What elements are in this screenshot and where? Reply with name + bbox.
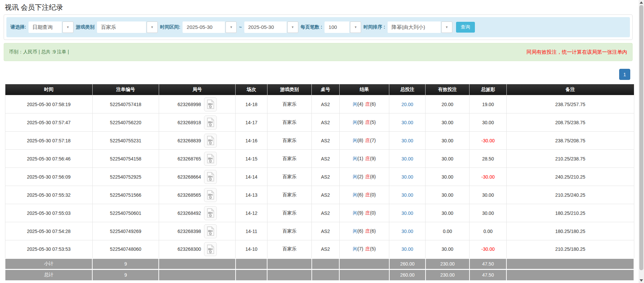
result-cell: 闲(4)庄(6): [339, 95, 389, 113]
total-bet-link[interactable]: 30.00: [401, 138, 413, 143]
bet-time-cell: 2025-05-30 07:57:47: [5, 113, 92, 132]
chevron-down-icon[interactable]: ▼: [350, 21, 361, 33]
result-banker-score: (7): [370, 138, 376, 143]
video-replay-button[interactable]: [204, 134, 217, 148]
bet-no-cell: 522540757418: [92, 95, 159, 113]
video-replay-button[interactable]: [204, 206, 217, 220]
total-bet-cell: 30.00: [389, 150, 426, 168]
round-no-cell: 623268398: [159, 222, 236, 240]
time-sort-select[interactable]: 降幂(由大到小) ▼: [388, 21, 452, 33]
table-row: 2025-05-30 07:57:18 522540755231 6232688…: [5, 132, 634, 150]
total-bet-link[interactable]: 30.00: [401, 246, 413, 252]
result-banker-name: 庄: [365, 156, 370, 161]
chevron-down-icon[interactable]: ▼: [287, 21, 298, 33]
header-session: 场次: [236, 84, 267, 95]
valid-bet-cell: 30.00: [426, 113, 469, 132]
vertical-scrollbar[interactable]: [639, 0, 644, 283]
video-replay-button[interactable]: [204, 170, 217, 184]
table-header-row: 时间 注单编号 局号 场次 游戏类别 桌号 结果 总投注 有效投注 总派彩 备注: [5, 84, 634, 95]
summary-notice: 同局有效投注，统一计算在该局第一张注单内: [527, 49, 627, 55]
chevron-down-icon[interactable]: ▼: [147, 21, 158, 33]
remark-cell: 210.25/238.75: [506, 150, 634, 168]
chevron-down-icon[interactable]: ▼: [62, 21, 73, 33]
session-cell: 14-14: [236, 168, 267, 186]
bet-no-cell: 522540755231: [92, 132, 159, 150]
video-file-icon: [206, 226, 215, 236]
table-row: 2025-05-30 07:53:53 522540748060 6232683…: [5, 240, 634, 258]
page-size-label: 每页笔数 :: [301, 24, 323, 30]
round-no-cell: 623268765: [159, 150, 236, 168]
round-no-cell: 623268300: [159, 240, 236, 258]
result-cell: 闲(9)庄(0): [339, 204, 389, 222]
table-no-cell: AS2: [312, 222, 339, 240]
total-bet-link[interactable]: 30.00: [401, 210, 413, 216]
date-to-select[interactable]: 2025-05-30 ▼: [244, 21, 298, 33]
total-bet-cell: 30.00: [389, 240, 426, 258]
round-no-text: 623268300: [178, 246, 201, 252]
summary-label-cell: 总计: [5, 270, 92, 281]
total-bet-link[interactable]: 30.00: [401, 156, 413, 161]
payout-cell: -30.00: [469, 168, 507, 186]
time-sort-label: 时间排序 :: [363, 24, 385, 30]
game-category-select[interactable]: 百家乐 ▼: [97, 21, 158, 33]
round-no-text: 623268664: [178, 174, 201, 180]
bet-time-cell: 2025-05-30 07:53:53: [5, 240, 92, 258]
search-button[interactable]: 查询: [456, 22, 475, 33]
total-bet-link[interactable]: 30.00: [401, 192, 413, 198]
scrollbar-thumb[interactable]: [639, 5, 643, 270]
time-range-label: 时间区间:: [160, 24, 181, 30]
page-size-select[interactable]: 100 ▼: [325, 21, 361, 33]
result-banker-name: 庄: [365, 192, 370, 197]
total-bet-link[interactable]: 20.00: [401, 102, 413, 107]
total-bet-link[interactable]: 30.00: [401, 229, 413, 234]
result-banker-score: (6): [370, 101, 376, 107]
total-bet-link[interactable]: 30.00: [401, 174, 413, 180]
video-file-icon: [206, 136, 215, 145]
bet-time-cell: 2025-05-30 07:55:03: [5, 204, 92, 222]
bet-time-cell: 2025-05-30 07:56:09: [5, 168, 92, 186]
valid-bet-cell: 30.00: [426, 240, 469, 258]
result-cell: 闲(6)庄(0): [339, 186, 389, 204]
round-no-text: 623268839: [178, 138, 201, 143]
scroll-down-icon[interactable]: [640, 279, 643, 282]
table-row: 2025-05-30 07:55:32 522540751566 6232685…: [5, 186, 634, 204]
result-cell: 闲(6)庄(6): [339, 222, 389, 240]
video-replay-button[interactable]: [204, 242, 217, 256]
result-player-score: (2): [357, 174, 363, 179]
table-row: 2025-05-30 07:57:47 522540756220 6232689…: [5, 113, 634, 132]
summary-valid-bet-cell: 230.00: [426, 270, 469, 281]
video-replay-button[interactable]: [204, 152, 217, 166]
query-type-value: 日期查询: [29, 21, 62, 33]
video-replay-button[interactable]: [204, 97, 217, 111]
valid-bet-cell: 30.00: [426, 168, 469, 186]
chevron-down-icon[interactable]: ▼: [226, 21, 237, 33]
remark-cell: 210.25/240.25: [506, 186, 634, 204]
filter-bar: 请选择: 日期查询 ▼ 游戏类别 百家乐 ▼ 时间区间: 2025-05-30 …: [6, 17, 630, 37]
query-type-select[interactable]: 日期查询 ▼: [29, 21, 73, 33]
payout-cell: -30.00: [469, 132, 507, 150]
round-no-text: 623268492: [178, 210, 201, 216]
payout-cell: 30.00: [469, 204, 507, 222]
result-banker-score: (9): [370, 156, 376, 161]
page-number-button[interactable]: 1: [619, 69, 630, 80]
result-banker-score: (0): [370, 210, 376, 216]
game-type-cell: 百家乐: [267, 95, 311, 113]
video-file-icon: [206, 154, 215, 163]
chevron-down-icon[interactable]: ▼: [441, 21, 452, 33]
pagination: 1: [0, 69, 630, 80]
video-replay-button[interactable]: [204, 188, 217, 202]
video-replay-button[interactable]: [204, 115, 217, 130]
game-type-cell: 百家乐: [267, 150, 311, 168]
round-no-cell: 623268839: [159, 132, 236, 150]
range-separator: ~: [239, 25, 242, 30]
video-replay-button[interactable]: [204, 224, 217, 238]
header-remark: 备注: [506, 84, 634, 95]
header-table-no: 桌号: [312, 84, 339, 95]
video-file-icon: [206, 190, 215, 200]
summary-count-cell: 9: [92, 258, 159, 270]
total-bet-link[interactable]: 30.00: [401, 120, 413, 125]
summary-total-bet-cell: 260.00: [389, 258, 426, 270]
bet-time-cell: 2025-05-30 07:56:46: [5, 150, 92, 168]
scroll-up-icon[interactable]: [640, 1, 643, 4]
date-from-select[interactable]: 2025-05-30 ▼: [183, 21, 237, 33]
